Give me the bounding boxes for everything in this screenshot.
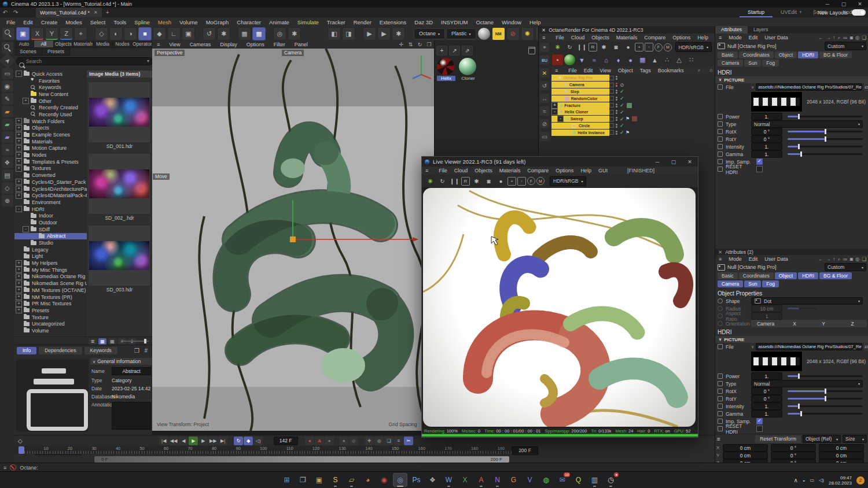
tree-item[interactable]: + Cycles4DMaterialPack-4K bbox=[14, 192, 87, 199]
close-button[interactable]: ✕ bbox=[852, 1, 868, 7]
material-item[interactable]: Cloner bbox=[459, 58, 477, 81]
menu-item[interactable]: Mesh bbox=[154, 19, 175, 25]
attribute-tab[interactable]: Fog bbox=[762, 280, 779, 287]
tree-item[interactable]: - Quick Access bbox=[14, 71, 87, 77]
gamma-slider[interactable] bbox=[788, 153, 863, 155]
object-tree-item[interactable]: - ↝ Sweep ✓ ⚑ bbox=[551, 116, 714, 123]
roty-field[interactable]: 0 ° bbox=[751, 395, 782, 402]
hamburger-icon[interactable]: ≡ bbox=[422, 168, 432, 173]
view-mode-icon[interactable]: ≣ bbox=[89, 338, 97, 345]
octane-side-icon[interactable]: ▭ bbox=[540, 132, 549, 141]
tree-item[interactable]: + Textures bbox=[14, 165, 87, 172]
record-button[interactable]: ● bbox=[305, 437, 314, 445]
expander-icon[interactable]: + bbox=[16, 186, 22, 192]
menu-item[interactable]: INSYDIUM bbox=[437, 19, 472, 25]
timeline-misc-button[interactable]: ≡ bbox=[394, 437, 403, 445]
camera-label[interactable]: Camera bbox=[282, 50, 304, 56]
tree-item[interactable]: + Cycles4D_Starter_Pack bbox=[14, 179, 87, 186]
asset-tab[interactable]: Materials bbox=[73, 40, 93, 48]
picture-group-header[interactable]: ∨PICTURE bbox=[715, 76, 868, 83]
live-viewer-menu-item[interactable]: Objects bbox=[471, 168, 496, 173]
timeline-mode-button[interactable]: ◆ bbox=[244, 437, 253, 445]
record-button[interactable]: ● bbox=[325, 437, 334, 445]
tray-chevron-icon[interactable]: ∧ bbox=[793, 477, 797, 483]
type-dropdown[interactable]: Normal▾ bbox=[751, 380, 863, 387]
asset-tab[interactable]: Operators bbox=[133, 40, 152, 48]
visibility-dots[interactable] bbox=[616, 97, 617, 101]
coord-mode-dropdown[interactable]: Object (Rel)▾ bbox=[803, 435, 841, 443]
toolbar-icon[interactable]: ▶ bbox=[377, 27, 391, 40]
viewport-nav-icon[interactable]: ❐ bbox=[425, 40, 433, 48]
microphone-icon[interactable]: ◒ bbox=[803, 478, 806, 483]
current-frame-field[interactable]: 142 F bbox=[274, 437, 298, 445]
power-field[interactable]: 1. bbox=[751, 372, 782, 380]
tree-item[interactable]: + My Helpers bbox=[14, 260, 87, 267]
attribute-tab[interactable]: Camera bbox=[718, 280, 743, 287]
taskbar-app-icon[interactable]: X bbox=[458, 473, 472, 487]
menu-item[interactable]: Extensions bbox=[376, 19, 410, 25]
attribute-tab[interactable]: Fog bbox=[762, 60, 779, 66]
general-information-header[interactable]: ∨General InformationGeneral Information bbox=[90, 358, 153, 365]
transport-button[interactable]: ◀◀ bbox=[169, 437, 178, 445]
expander-icon[interactable]: - bbox=[551, 109, 558, 115]
menu-item[interactable]: Help bbox=[525, 19, 545, 25]
asset-tab[interactable]: All bbox=[34, 40, 54, 48]
attributes-menu-item[interactable]: Edit bbox=[745, 35, 762, 40]
octane-tool-icon[interactable]: ◙ bbox=[610, 42, 621, 53]
search-dropdown-icon[interactable]: ▾ bbox=[147, 58, 149, 64]
expander-icon[interactable]: + bbox=[16, 301, 22, 307]
toolbar-icon[interactable]: ◨ bbox=[342, 27, 355, 40]
hamburger-icon[interactable]: ≡ bbox=[717, 436, 720, 442]
transport-button[interactable]: |◀ bbox=[159, 437, 168, 445]
taskbar-app-icon[interactable]: Q bbox=[571, 473, 586, 487]
toolbar-icon[interactable] bbox=[302, 28, 326, 40]
menu-item[interactable]: Character bbox=[233, 19, 265, 25]
object-manager-icon[interactable]: ⌕ bbox=[694, 67, 704, 73]
scale-field[interactable]: 0 cm bbox=[819, 444, 864, 452]
layer-square[interactable] bbox=[609, 123, 614, 128]
tree-item[interactable]: + Nodes bbox=[14, 151, 87, 158]
object-tree-item[interactable]: + ◈ Fracture ✓ bbox=[551, 102, 714, 109]
rotation-field[interactable]: 0 ° bbox=[771, 452, 816, 459]
side-tool-icon[interactable] bbox=[2, 42, 13, 54]
menu-item[interactable]: Render bbox=[350, 19, 376, 25]
tree-item[interactable]: + NM Textures (PR) bbox=[14, 294, 87, 301]
layer-square[interactable] bbox=[609, 117, 614, 121]
close-icon[interactable]: ✕ bbox=[539, 27, 549, 33]
tree-item[interactable]: Studio bbox=[14, 239, 87, 246]
timeline-misc-button[interactable]: ❏ bbox=[384, 437, 393, 445]
expander-icon[interactable]: + bbox=[16, 179, 22, 185]
live-viewer-menu-item[interactable]: File bbox=[435, 168, 451, 173]
octane-side-icon[interactable]: ✕ bbox=[540, 68, 549, 77]
attributes-nav-icon[interactable]: ↑ bbox=[833, 256, 835, 263]
close-icon[interactable]: ✕ bbox=[715, 249, 725, 255]
transport-button[interactable]: ▶ bbox=[198, 437, 208, 445]
object-tree-item[interactable]: ◯ Circle ✓ bbox=[551, 123, 714, 130]
info-tab[interactable]: Keywords bbox=[84, 347, 117, 354]
live-viewer-tool-icon[interactable]: ● bbox=[495, 176, 506, 187]
keyframe-diamond-icon[interactable]: ◇ bbox=[18, 438, 23, 444]
power-slider[interactable] bbox=[788, 116, 863, 117]
object-tree-item[interactable]: ❖ Helix Instance ✓ ⚑ bbox=[551, 129, 714, 136]
layer-square[interactable] bbox=[609, 110, 614, 114]
plastic-toolbar-button[interactable]: Plastic▾ bbox=[446, 28, 476, 39]
rotx-field[interactable]: 0 ° bbox=[751, 387, 782, 395]
intensity-field[interactable]: 1. bbox=[751, 402, 782, 410]
tree-item[interactable]: - HDRI bbox=[14, 206, 87, 213]
intensity-field[interactable]: 1. bbox=[751, 143, 782, 150]
toolbar-icon[interactable] bbox=[2, 27, 15, 40]
copy-icon[interactable]: ❐ bbox=[134, 347, 139, 354]
toolbar-icon[interactable]: ∟ bbox=[167, 27, 181, 40]
layer-square[interactable] bbox=[609, 89, 614, 94]
octane-side-icon[interactable]: ⌖ bbox=[540, 43, 549, 52]
octane-material-icon[interactable]: ♦ bbox=[613, 54, 624, 65]
taskbar-app-icon[interactable]: ▱ bbox=[344, 473, 359, 487]
toolbar-icon[interactable] bbox=[89, 28, 94, 40]
tree-item[interactable]: - SDiff bbox=[14, 226, 87, 233]
preset-dropdown[interactable]: Custom▾ bbox=[825, 42, 866, 50]
rotx-slider[interactable] bbox=[788, 131, 863, 132]
viewport-menu-item[interactable]: Options bbox=[242, 42, 269, 47]
expander-icon[interactable]: + bbox=[16, 125, 22, 131]
attribute-tab[interactable]: Basic bbox=[718, 51, 738, 58]
octane-toolbar-button[interactable]: Octane▾ bbox=[414, 28, 445, 39]
